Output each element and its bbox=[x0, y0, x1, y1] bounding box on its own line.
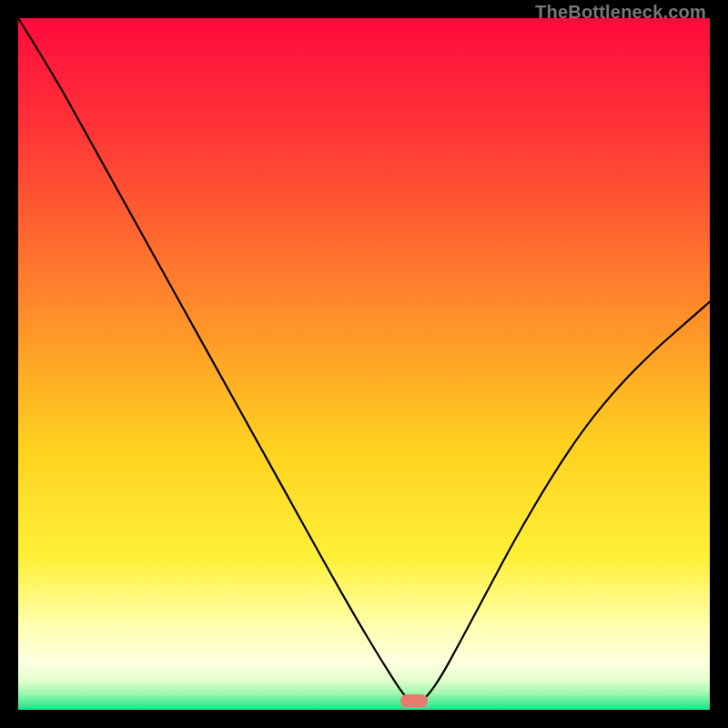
optimal-marker bbox=[400, 694, 428, 707]
chart-frame: TheBottleneck.com bbox=[0, 0, 728, 728]
bottleneck-curve bbox=[18, 18, 710, 710]
plot-area bbox=[18, 18, 710, 710]
